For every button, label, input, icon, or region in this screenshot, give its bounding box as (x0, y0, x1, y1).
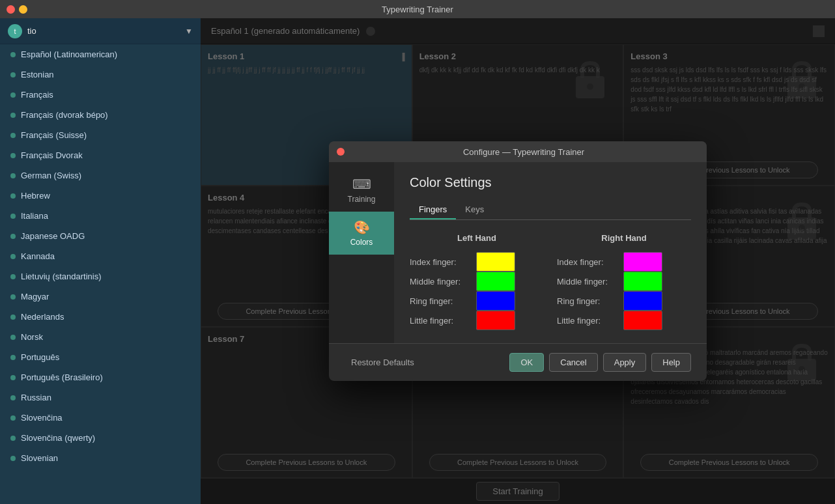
sidebar-item-label: Português (Brasileiro) (21, 372, 103, 382)
sidebar: t tio ▼ Español (Latinoamerican)Estonian… (0, 18, 201, 504)
sidebar-item-label: Nederlands (21, 312, 64, 322)
sidebar-item-label: Estonian (21, 70, 54, 79)
sidebar-item[interactable]: Estonian (0, 64, 201, 85)
restore-defaults-button[interactable]: Restore Defaults (345, 354, 421, 371)
sidebar-item-label: Slovenčina (qwerty) (21, 433, 95, 443)
sidebar-item[interactable]: Italiana (0, 206, 201, 226)
color-row-left: Ring finger: (410, 291, 544, 311)
sidebar-item-label: Português (21, 352, 59, 362)
color-swatch-left[interactable] (476, 252, 515, 272)
nav-label-training: Training (335, 195, 388, 204)
sidebar-item[interactable]: Kannada (0, 246, 201, 266)
help-button[interactable]: Help (651, 353, 691, 372)
sidebar-dot (10, 113, 16, 118)
sidebar-item[interactable]: Lietuvių (standartinis) (0, 266, 201, 287)
color-label: Index finger: (557, 257, 616, 267)
color-swatch-right[interactable] (623, 252, 662, 272)
color-swatch-left[interactable] (476, 272, 515, 291)
nav-item-training[interactable]: ⌨ Training (329, 169, 394, 212)
sidebar-item[interactable]: Japanese OADG (0, 226, 201, 246)
color-label: Ring finger: (410, 296, 468, 306)
sidebar-dot (10, 315, 16, 320)
sidebar-item[interactable]: Slovenčina (0, 408, 201, 428)
sidebar-dot (10, 173, 16, 178)
sidebar-item[interactable]: Português (0, 347, 201, 367)
sidebar-item-label: Hebrew (21, 191, 50, 201)
color-row-left: Middle finger: (410, 272, 544, 291)
color-label: Middle finger: (410, 277, 468, 287)
user-name: tio (27, 26, 180, 36)
section-title: Color Settings (410, 175, 691, 190)
sidebar-dot (10, 193, 16, 199)
dialog-body: ⌨ Training 🎨 Colors Color Settings (329, 162, 707, 343)
sidebar-item-label: Japanese OADG (21, 231, 85, 241)
color-swatch-right[interactable] (623, 311, 662, 330)
color-row-right: Ring finger: (557, 291, 691, 311)
chevron-down-icon: ▼ (185, 27, 193, 36)
sidebar-item-label: Magyar (21, 292, 49, 301)
sidebar-item[interactable]: Russian (0, 387, 201, 408)
minimize-button[interactable] (19, 5, 27, 14)
right-hand-column: Right Hand Index finger:Middle finger:Ri… (557, 233, 691, 330)
sidebar-dot (10, 335, 16, 340)
sidebar-item[interactable]: German (Swiss) (0, 165, 201, 186)
color-swatch-left[interactable] (476, 291, 515, 311)
color-swatch-right[interactable] (623, 272, 662, 291)
nav-item-colors[interactable]: 🎨 Colors (329, 212, 394, 255)
sidebar-item[interactable]: Hebrew (0, 186, 201, 206)
window-controls (7, 5, 27, 14)
sidebar-item[interactable]: Français (dvorak bépo) (0, 105, 201, 125)
color-swatch-left[interactable] (476, 311, 515, 330)
sidebar-item[interactable]: Norsk (0, 327, 201, 347)
cancel-button[interactable]: Cancel (549, 353, 597, 372)
color-row-right: Index finger: (557, 252, 691, 272)
sidebar-item-label: Français (Suisse) (21, 130, 87, 140)
sidebar-item[interactable]: Français Dvorak (0, 145, 201, 165)
configure-dialog: Configure — Typewriting Trainer ⌨ Traini… (329, 141, 707, 381)
sidebar-item[interactable]: Slovenian (0, 448, 201, 468)
sidebar-dot (10, 294, 16, 300)
sidebar-dot (10, 415, 16, 421)
left-hand-title: Left Hand (410, 233, 544, 243)
sidebar-header[interactable]: t tio ▼ (0, 18, 201, 44)
dialog-nav: ⌨ Training 🎨 Colors (329, 162, 394, 343)
sidebar-dot (10, 52, 16, 57)
dialog-title: Configure — Typewriting Trainer (348, 147, 699, 157)
sidebar-item[interactable]: Magyar (0, 287, 201, 307)
apply-button[interactable]: Apply (603, 353, 647, 372)
sidebar-item[interactable]: Português (Brasileiro) (0, 367, 201, 387)
close-button[interactable] (7, 5, 15, 14)
sidebar-item[interactable]: Nederlands (0, 307, 201, 327)
sidebar-item-label: Norsk (21, 332, 43, 342)
nav-label-colors: Colors (335, 238, 388, 247)
sidebar-item-label: Lietuvių (standartinis) (21, 272, 102, 281)
sidebar-item-label: German (Swiss) (21, 171, 81, 180)
dialog-content: Color Settings Fingers Keys Left Hand In… (394, 162, 707, 343)
sidebar-item[interactable]: Français (0, 85, 201, 105)
colors-icon: 🎨 (335, 219, 388, 235)
sidebar-dot (10, 234, 16, 239)
color-swatch-right[interactable] (623, 291, 662, 311)
color-label: Little finger: (410, 316, 468, 326)
sidebar-item-label: Français (21, 90, 53, 100)
color-label: Index finger: (410, 257, 468, 267)
sidebar-item-label: Français (dvorak bépo) (21, 110, 108, 120)
sidebar-item-label: Kannada (21, 251, 55, 261)
left-hand-column: Left Hand Index finger:Middle finger:Rin… (410, 233, 544, 330)
tab-fingers[interactable]: Fingers (410, 201, 456, 219)
sidebar-dot (10, 254, 16, 259)
dialog-close-button[interactable] (337, 148, 345, 156)
tab-keys[interactable]: Keys (456, 201, 493, 219)
color-row-left: Little finger: (410, 311, 544, 330)
sidebar-item[interactable]: Slovenčina (qwerty) (0, 428, 201, 448)
sidebar-list: Español (Latinoamerican)EstonianFrançais… (0, 44, 201, 504)
sidebar-item[interactable]: Español (Latinoamerican) (0, 44, 201, 64)
sidebar-item-label: Français Dvorak (21, 150, 83, 160)
dialog-tabs: Fingers Keys (410, 201, 691, 220)
sidebar-dot (10, 153, 16, 158)
sidebar-item[interactable]: Français (Suisse) (0, 125, 201, 145)
dialog-titlebar: Configure — Typewriting Trainer (329, 141, 707, 162)
ok-button[interactable]: OK (509, 353, 544, 372)
keyboard-icon: ⌨ (335, 176, 388, 192)
color-columns: Left Hand Index finger:Middle finger:Rin… (410, 233, 691, 330)
